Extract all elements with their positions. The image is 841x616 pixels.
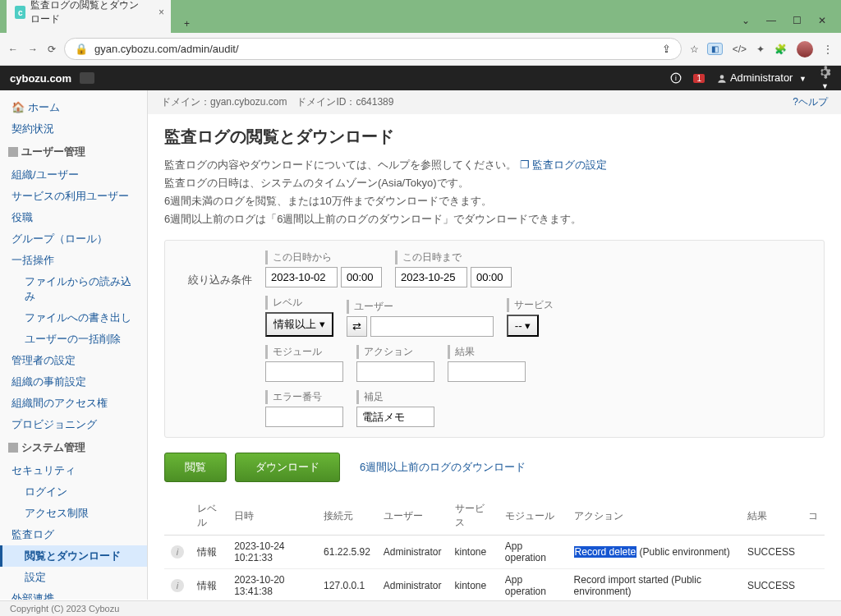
browse-button[interactable]: 閲覧	[164, 453, 227, 482]
reload-icon[interactable]: ⟳	[48, 44, 56, 55]
extension-badge[interactable]: ◧	[707, 43, 723, 55]
sidebar-bulk[interactable]: 一括操作	[0, 250, 147, 271]
browser-tab[interactable]: c 監査ログの閲覧とダウンロード ×	[7, 0, 171, 33]
url-input[interactable]: 🔒 gyan.cybozu.com/admin/audit/ ⇪	[64, 38, 682, 60]
sidebar-bulk-import[interactable]: ファイルからの読み込み	[0, 271, 147, 307]
table-cell-action: Record import started (Public environmen…	[568, 569, 741, 600]
new-tab-button[interactable]: +	[177, 15, 196, 33]
domain-label: ドメイン：gyan.cybozu.com ドメインID：c641389	[161, 95, 393, 109]
table-header[interactable]: アクション	[568, 497, 741, 536]
app-icon[interactable]	[80, 72, 94, 84]
from-date-input[interactable]	[265, 267, 338, 287]
chevron-down-icon[interactable]: ⌄	[742, 15, 750, 26]
extension-icon[interactable]: ✦	[756, 44, 765, 55]
profile-avatar[interactable]	[797, 41, 813, 57]
user-picker-button[interactable]: ⇄	[347, 316, 367, 337]
user-menu[interactable]: Administrator ▼	[716, 71, 807, 85]
filter-cond-label: 絞り込み条件	[178, 271, 252, 287]
devtools-icon[interactable]: </>	[733, 44, 747, 55]
table-cell: 127.0.0.1	[317, 569, 377, 600]
action-input[interactable]	[356, 361, 434, 382]
sidebar-positions[interactable]: 役職	[0, 207, 147, 228]
url-text: gyan.cybozu.com/admin/audit/	[94, 43, 239, 55]
table-header[interactable]: サービス	[448, 497, 499, 536]
help-link[interactable]: ?ヘルプ	[793, 95, 828, 109]
user-input[interactable]	[370, 316, 494, 337]
sidebar-audit[interactable]: 監査ログ	[0, 524, 147, 545]
to-time-input[interactable]	[471, 267, 512, 287]
sidebar-service-users[interactable]: サービスの利用ユーザー	[0, 186, 147, 207]
old-logs-link[interactable]: 6週間以上前のログのダウンロード	[360, 460, 526, 475]
error-no-input[interactable]	[265, 407, 343, 427]
table-header[interactable]: コ	[802, 497, 825, 536]
filter-panel: 絞り込み条件 この日時から この日時まで	[164, 240, 825, 438]
table-row[interactable]: i情報2023-10-24 10:21:3361.22.5.92Administ…	[164, 536, 825, 569]
to-date-input[interactable]	[395, 267, 467, 287]
sidebar-audit-settings[interactable]: 設定	[0, 567, 147, 588]
sidebar-org-users[interactable]: 組織/ユーザー	[0, 164, 147, 186]
extensions-menu-icon[interactable]: 🧩	[774, 44, 787, 55]
sidebar-provisioning[interactable]: プロビジョニング	[0, 414, 147, 435]
back-icon[interactable]: ←	[8, 44, 18, 55]
sidebar-contract[interactable]: 契約状況	[0, 118, 147, 140]
table-row[interactable]: i情報2023-10-20 13:41:38127.0.0.1Administr…	[164, 569, 825, 600]
module-input[interactable]	[265, 361, 343, 382]
sidebar-org-presettings[interactable]: 組織の事前設定	[0, 371, 147, 393]
level-label: レベル	[265, 296, 333, 310]
table-cell: kintone	[448, 536, 499, 569]
browser-tab-bar: c 監査ログの閲覧とダウンロード × + ⌄ — ☐ ✕	[0, 0, 841, 33]
chevron-down-icon: ▼	[821, 82, 829, 90]
service-select[interactable]: -- ▾	[507, 315, 540, 337]
sidebar-audit-browse[interactable]: 閲覧とダウンロード	[0, 545, 147, 567]
download-button[interactable]: ダウンロード	[235, 453, 340, 482]
page-title: 監査ログの閲覧とダウンロード	[164, 126, 825, 148]
table-header[interactable]: 日時	[227, 497, 317, 536]
table-cell: 情報	[191, 536, 227, 569]
tab-title: 監査ログの閲覧とダウンロード	[30, 0, 146, 26]
gear-icon	[8, 443, 18, 453]
window-controls: ⌄ — ☐ ✕	[733, 15, 834, 33]
sidebar-security[interactable]: セキュリティ	[0, 460, 147, 481]
level-select[interactable]: 情報以上 ▾	[265, 312, 333, 337]
audit-settings-link[interactable]: 監査ログの設定	[532, 159, 607, 171]
sidebar-bulk-export[interactable]: ファイルへの書き出し	[0, 307, 147, 329]
table-header[interactable]	[164, 497, 191, 536]
sidebar-admin-settings[interactable]: 管理者の設定	[0, 350, 147, 371]
table-header[interactable]: レベル	[191, 497, 227, 536]
sidebar-header-system: システム管理	[0, 435, 147, 460]
table-header[interactable]: 結果	[741, 497, 802, 536]
share-icon[interactable]: ⇪	[662, 43, 671, 55]
close-window-icon[interactable]: ✕	[818, 15, 826, 26]
sidebar-org-access[interactable]: 組織間のアクセス権	[0, 393, 147, 414]
svg-point-2	[720, 75, 724, 79]
chevron-down-icon: ▼	[799, 75, 807, 83]
bookmark-icon[interactable]: ☆	[690, 44, 699, 55]
settings-button[interactable]: ▼	[818, 66, 831, 91]
result-input[interactable]	[448, 361, 526, 382]
gear-icon	[818, 66, 831, 79]
sidebar-access-restrict[interactable]: アクセス制限	[0, 503, 147, 524]
forward-icon[interactable]: →	[28, 44, 38, 55]
info-icon[interactable]: i	[171, 545, 184, 559]
sidebar-home[interactable]: 🏠 ホーム	[0, 97, 147, 118]
table-cell: SUCCESS	[741, 536, 802, 569]
maximize-icon[interactable]: ☐	[793, 15, 802, 26]
supplement-input[interactable]	[356, 407, 434, 427]
log-table: レベル日時接続元ユーザーサービスモジュールアクション結果コ i情報2023-10…	[164, 497, 825, 600]
from-time-input[interactable]	[341, 267, 382, 287]
main-content: ドメイン：gyan.cybozu.com ドメインID：c641389 ?ヘルプ…	[148, 90, 841, 600]
notification-button[interactable]: i	[670, 72, 682, 84]
minimize-icon[interactable]: —	[766, 15, 776, 26]
close-icon[interactable]: ×	[159, 7, 164, 18]
sidebar-bulk-delete[interactable]: ユーザーの一括削除	[0, 329, 147, 350]
table-header[interactable]: モジュール	[499, 497, 568, 536]
table-header[interactable]: ユーザー	[377, 497, 448, 536]
sidebar-login[interactable]: ログイン	[0, 481, 147, 503]
sidebar-groups[interactable]: グループ（ロール）	[0, 228, 147, 250]
table-header[interactable]: 接続元	[317, 497, 377, 536]
sidebar-external[interactable]: 外部連携	[0, 588, 147, 600]
menu-icon[interactable]: ⋮	[823, 44, 833, 55]
info-icon[interactable]: i	[171, 579, 184, 592]
from-label: この日時から	[265, 251, 382, 264]
table-cell: SUCCESS	[741, 569, 802, 600]
